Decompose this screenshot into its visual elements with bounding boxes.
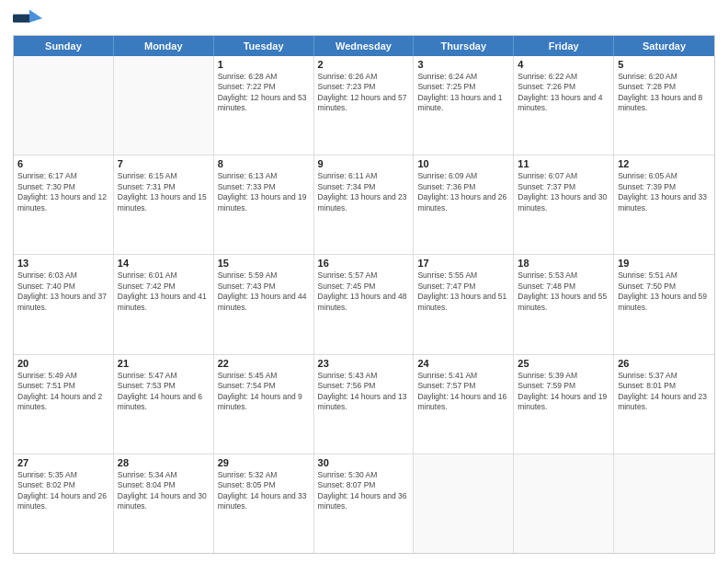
calendar-cell: 15Sunrise: 5:59 AM Sunset: 7:43 PM Dayli… [214, 255, 314, 353]
calendar-cell: 21Sunrise: 5:47 AM Sunset: 7:53 PM Dayli… [114, 355, 214, 454]
day-number: 15 [218, 258, 310, 269]
day-number: 25 [518, 358, 609, 369]
day-info: Sunrise: 6:07 AM Sunset: 7:37 PM Dayligh… [518, 171, 609, 213]
day-info: Sunrise: 6:28 AM Sunset: 7:22 PM Dayligh… [218, 72, 310, 114]
calendar-row-3: 20Sunrise: 5:49 AM Sunset: 7:51 PM Dayli… [14, 354, 714, 454]
day-number: 13 [17, 258, 109, 269]
calendar-cell: 11Sunrise: 6:07 AM Sunset: 7:37 PM Dayli… [514, 155, 614, 254]
day-info: Sunrise: 6:09 AM Sunset: 7:36 PM Dayligh… [417, 171, 509, 213]
day-number: 19 [618, 258, 711, 269]
logo-icon [13, 9, 42, 28]
day-number: 16 [318, 258, 410, 269]
calendar-cell: 22Sunrise: 5:45 AM Sunset: 7:54 PM Dayli… [214, 355, 314, 454]
header [13, 9, 715, 29]
day-info: Sunrise: 6:20 AM Sunset: 7:28 PM Dayligh… [618, 72, 711, 114]
day-number: 17 [417, 258, 509, 269]
day-number: 6 [17, 158, 109, 169]
calendar-header: SundayMondayTuesdayWednesdayThursdayFrid… [14, 36, 714, 56]
calendar-cell: 8Sunrise: 6:13 AM Sunset: 7:33 PM Daylig… [214, 155, 314, 254]
calendar-row-0: 1Sunrise: 6:28 AM Sunset: 7:22 PM Daylig… [14, 56, 714, 155]
day-info: Sunrise: 6:26 AM Sunset: 7:23 PM Dayligh… [318, 72, 410, 114]
day-info: Sunrise: 6:05 AM Sunset: 7:39 PM Dayligh… [618, 171, 711, 213]
day-number: 7 [118, 158, 210, 169]
day-info: Sunrise: 5:59 AM Sunset: 7:43 PM Dayligh… [218, 270, 310, 313]
day-number: 21 [118, 358, 210, 369]
calendar-row-4: 27Sunrise: 5:35 AM Sunset: 8:02 PM Dayli… [14, 454, 714, 553]
day-number: 2 [318, 59, 410, 70]
day-info: Sunrise: 5:43 AM Sunset: 7:56 PM Dayligh… [318, 371, 410, 413]
calendar-cell: 25Sunrise: 5:39 AM Sunset: 7:59 PM Dayli… [514, 355, 614, 454]
day-info: Sunrise: 6:11 AM Sunset: 7:34 PM Dayligh… [318, 171, 410, 213]
day-info: Sunrise: 6:24 AM Sunset: 7:25 PM Dayligh… [417, 72, 509, 114]
day-number: 28 [118, 457, 210, 468]
calendar-cell: 30Sunrise: 5:30 AM Sunset: 8:07 PM Dayli… [314, 454, 415, 553]
day-number: 30 [318, 457, 410, 468]
day-number: 14 [118, 258, 210, 269]
calendar-cell: 1Sunrise: 6:28 AM Sunset: 7:22 PM Daylig… [214, 56, 314, 155]
calendar-cell: 29Sunrise: 5:32 AM Sunset: 8:05 PM Dayli… [214, 454, 314, 553]
header-day-thursday: Thursday [414, 36, 514, 56]
day-number: 27 [17, 457, 109, 468]
svg-rect-0 [13, 15, 30, 23]
header-day-sunday: Sunday [14, 36, 114, 56]
calendar-body: 1Sunrise: 6:28 AM Sunset: 7:22 PM Daylig… [14, 56, 714, 553]
calendar-cell: 7Sunrise: 6:15 AM Sunset: 7:31 PM Daylig… [114, 155, 214, 254]
calendar-cell: 10Sunrise: 6:09 AM Sunset: 7:36 PM Dayli… [414, 155, 514, 254]
calendar: SundayMondayTuesdayWednesdayThursdayFrid… [13, 35, 715, 554]
day-info: Sunrise: 5:37 AM Sunset: 8:01 PM Dayligh… [618, 371, 711, 413]
calendar-cell: 9Sunrise: 6:11 AM Sunset: 7:34 PM Daylig… [314, 155, 415, 254]
calendar-cell: 4Sunrise: 6:22 AM Sunset: 7:26 PM Daylig… [514, 56, 614, 155]
day-number: 4 [518, 59, 609, 70]
day-number: 8 [218, 158, 310, 169]
day-number: 3 [417, 59, 509, 70]
day-info: Sunrise: 6:01 AM Sunset: 7:42 PM Dayligh… [118, 270, 210, 313]
calendar-cell [114, 56, 214, 155]
day-number: 12 [618, 158, 711, 169]
calendar-cell: 14Sunrise: 6:01 AM Sunset: 7:42 PM Dayli… [114, 255, 214, 353]
header-day-saturday: Saturday [614, 36, 714, 56]
calendar-cell: 17Sunrise: 5:55 AM Sunset: 7:47 PM Dayli… [414, 255, 514, 353]
day-number: 23 [318, 358, 410, 369]
calendar-cell [414, 454, 514, 553]
calendar-cell [514, 454, 614, 553]
calendar-cell: 2Sunrise: 6:26 AM Sunset: 7:23 PM Daylig… [314, 56, 415, 155]
day-info: Sunrise: 5:45 AM Sunset: 7:54 PM Dayligh… [218, 371, 310, 413]
day-info: Sunrise: 5:41 AM Sunset: 7:57 PM Dayligh… [417, 371, 509, 413]
logo [13, 9, 42, 29]
day-info: Sunrise: 5:35 AM Sunset: 8:02 PM Dayligh… [17, 470, 109, 512]
day-info: Sunrise: 6:22 AM Sunset: 7:26 PM Dayligh… [518, 72, 609, 114]
day-info: Sunrise: 5:49 AM Sunset: 7:51 PM Dayligh… [17, 371, 109, 413]
day-number: 24 [417, 358, 509, 369]
calendar-cell: 27Sunrise: 5:35 AM Sunset: 8:02 PM Dayli… [14, 454, 114, 553]
day-number: 1 [218, 59, 310, 70]
day-number: 11 [518, 158, 609, 169]
day-info: Sunrise: 6:17 AM Sunset: 7:30 PM Dayligh… [17, 171, 109, 213]
day-info: Sunrise: 6:03 AM Sunset: 7:40 PM Dayligh… [17, 270, 109, 313]
calendar-cell: 28Sunrise: 5:34 AM Sunset: 8:04 PM Dayli… [114, 454, 214, 553]
calendar-cell [14, 56, 114, 155]
calendar-cell: 6Sunrise: 6:17 AM Sunset: 7:30 PM Daylig… [14, 155, 114, 254]
calendar-cell: 20Sunrise: 5:49 AM Sunset: 7:51 PM Dayli… [14, 355, 114, 454]
calendar-cell: 26Sunrise: 5:37 AM Sunset: 8:01 PM Dayli… [614, 355, 714, 454]
day-info: Sunrise: 5:57 AM Sunset: 7:45 PM Dayligh… [318, 270, 410, 313]
day-info: Sunrise: 5:53 AM Sunset: 7:48 PM Dayligh… [518, 270, 609, 313]
calendar-cell: 23Sunrise: 5:43 AM Sunset: 7:56 PM Dayli… [314, 355, 415, 454]
day-info: Sunrise: 5:34 AM Sunset: 8:04 PM Dayligh… [118, 470, 210, 512]
day-info: Sunrise: 5:32 AM Sunset: 8:05 PM Dayligh… [218, 470, 310, 512]
day-number: 29 [218, 457, 310, 468]
day-number: 18 [518, 258, 609, 269]
day-number: 10 [417, 158, 509, 169]
day-info: Sunrise: 5:47 AM Sunset: 7:53 PM Dayligh… [118, 371, 210, 413]
day-info: Sunrise: 5:51 AM Sunset: 7:50 PM Dayligh… [618, 270, 711, 313]
calendar-row-2: 13Sunrise: 6:03 AM Sunset: 7:40 PM Dayli… [14, 254, 714, 353]
calendar-cell: 18Sunrise: 5:53 AM Sunset: 7:48 PM Dayli… [514, 255, 614, 353]
day-number: 22 [218, 358, 310, 369]
day-number: 20 [17, 358, 109, 369]
svg-marker-1 [29, 9, 42, 22]
calendar-cell: 24Sunrise: 5:41 AM Sunset: 7:57 PM Dayli… [414, 355, 514, 454]
header-day-friday: Friday [514, 36, 614, 56]
calendar-cell: 19Sunrise: 5:51 AM Sunset: 7:50 PM Dayli… [614, 255, 714, 353]
calendar-cell: 16Sunrise: 5:57 AM Sunset: 7:45 PM Dayli… [314, 255, 415, 353]
calendar-cell: 13Sunrise: 6:03 AM Sunset: 7:40 PM Dayli… [14, 255, 114, 353]
page: SundayMondayTuesdayWednesdayThursdayFrid… [0, 0, 728, 563]
